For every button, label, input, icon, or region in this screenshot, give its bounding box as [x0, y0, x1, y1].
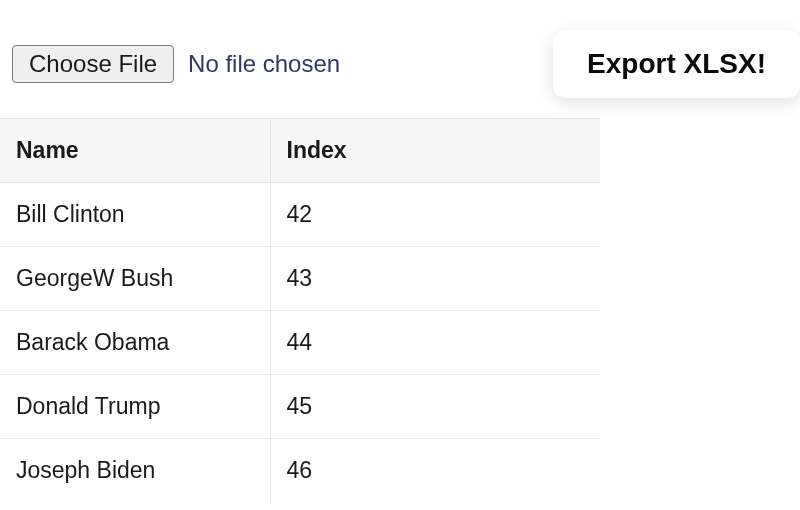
table-row: GeorgeW Bush 43 — [0, 247, 600, 311]
table-cell-index: 46 — [270, 439, 600, 503]
table-row: Joseph Biden 46 — [0, 439, 600, 503]
data-table: Name Index Bill Clinton 42 GeorgeW Bush … — [0, 118, 600, 502]
choose-file-button[interactable]: Choose File — [12, 45, 174, 83]
table-cell-index: 43 — [270, 247, 600, 311]
export-xlsx-button[interactable]: Export XLSX! — [553, 30, 800, 98]
table-header-index: Index — [270, 119, 600, 183]
table-row: Donald Trump 45 — [0, 375, 600, 439]
table-cell-name: GeorgeW Bush — [0, 247, 270, 311]
file-input-status: No file chosen — [188, 50, 340, 78]
table-row: Bill Clinton 42 — [0, 183, 600, 247]
table-cell-name: Joseph Biden — [0, 439, 270, 503]
toolbar: Choose File No file chosen Export XLSX! — [0, 0, 800, 118]
table-cell-index: 44 — [270, 311, 600, 375]
table-cell-index: 45 — [270, 375, 600, 439]
table-header-name: Name — [0, 119, 270, 183]
file-input-group: Choose File No file chosen — [12, 45, 340, 83]
table-cell-name: Donald Trump — [0, 375, 270, 439]
table-cell-index: 42 — [270, 183, 600, 247]
table-header-row: Name Index — [0, 119, 600, 183]
table-cell-name: Bill Clinton — [0, 183, 270, 247]
table-cell-name: Barack Obama — [0, 311, 270, 375]
table-row: Barack Obama 44 — [0, 311, 600, 375]
